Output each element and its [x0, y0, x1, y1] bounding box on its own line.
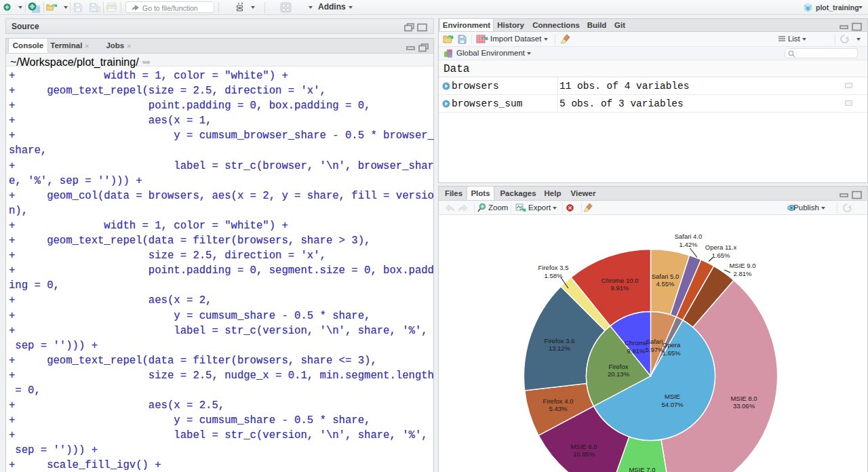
svg-text:Opera 11.x: Opera 11.x: [705, 243, 737, 251]
svg-text:MSIE 6.0: MSIE 6.0: [570, 443, 597, 450]
svg-text:Safari 5.0: Safari 5.0: [652, 273, 679, 280]
svg-text:1.65%: 1.65%: [663, 349, 681, 357]
svg-text:R: R: [806, 6, 810, 11]
svg-text:MSIE 8.0: MSIE 8.0: [730, 395, 757, 402]
svg-text:Firefox: Firefox: [608, 363, 628, 370]
svg-text:20.13%: 20.13%: [608, 370, 630, 378]
svg-text:Firefox 3.6: Firefox 3.6: [545, 337, 575, 345]
svg-text:5.97%: 5.97%: [646, 346, 664, 353]
svg-text:MSIE 7.0: MSIE 7.0: [629, 466, 655, 472]
svg-text:MSIE: MSIE: [665, 393, 680, 400]
svg-text:MSIE 9.0: MSIE 9.0: [729, 262, 755, 269]
svg-text:9.91%: 9.91%: [627, 347, 646, 355]
svg-text:2.81%: 2.81%: [734, 270, 752, 277]
svg-text:1.58%: 1.58%: [545, 272, 563, 279]
svg-text:Chrome: Chrome: [625, 339, 648, 347]
svg-text:Opera: Opera: [663, 341, 681, 349]
svg-text:1.42%: 1.42%: [679, 241, 698, 248]
svg-text:4.55%: 4.55%: [656, 280, 675, 288]
svg-text:Firefox 4.0: Firefox 4.0: [543, 397, 574, 405]
svg-text:33.06%: 33.06%: [733, 402, 755, 410]
svg-text:Safari 4.0: Safari 4.0: [675, 233, 703, 240]
svg-text:54.07%: 54.07%: [661, 401, 684, 408]
svg-text:5.43%: 5.43%: [549, 405, 568, 412]
svg-text:1.65%: 1.65%: [712, 252, 730, 259]
svg-text:9.91%: 9.91%: [611, 284, 629, 292]
svg-text:Safari: Safari: [646, 338, 663, 345]
svg-text:13.12%: 13.12%: [549, 345, 571, 352]
svg-text:Chrome 10.0: Chrome 10.0: [601, 277, 639, 284]
svg-text:10.85%: 10.85%: [573, 450, 595, 458]
svg-text:Firefox 3.5: Firefox 3.5: [538, 264, 569, 271]
